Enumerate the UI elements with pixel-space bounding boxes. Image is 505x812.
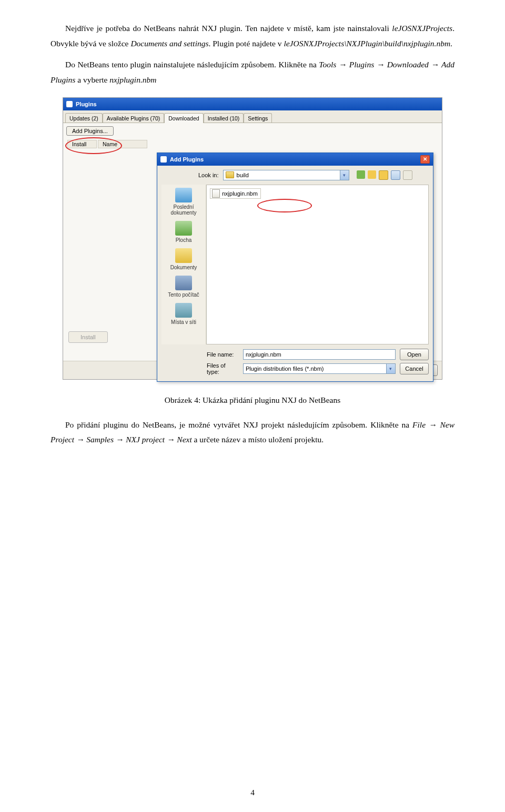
files-pane[interactable]: nxjplugin.nbm <box>206 185 429 344</box>
place-documents-label: Dokumenty <box>170 265 197 270</box>
place-desktop[interactable]: Plocha <box>161 221 206 243</box>
p3-text-a: Po přidání pluginu do NetBeans, je možné… <box>65 420 412 429</box>
place-computer[interactable]: Tento počítač <box>161 276 206 298</box>
tab-updates[interactable]: Updates (2) <box>65 113 103 123</box>
desktop-icon <box>175 221 192 236</box>
file-area: Poslední dokumenty Plocha Dokumenty <box>161 185 429 344</box>
filetype-value: Plugin distribution files (*.nbm) <box>246 366 324 372</box>
p2-text-a: Do NetBeans tento plugin nainstalujete n… <box>65 60 319 69</box>
new-folder-icon[interactable] <box>379 170 388 180</box>
cancel-button[interactable]: Cancel <box>400 363 429 374</box>
place-desktop-label: Plocha <box>176 237 192 243</box>
p1-text-a: Nejdříve je potřeba do NetBeans nahrát N… <box>65 24 392 33</box>
tab-downloaded[interactable]: Downloaded <box>164 113 203 123</box>
place-recent-label: Poslední dokumenty <box>171 204 197 216</box>
tab-content: Add Plugins... Install Name Add Plugins … <box>63 123 442 361</box>
filechooser-toolbar <box>357 170 412 180</box>
lookin-label: Look in: <box>198 172 219 178</box>
add-plugins-titlebar[interactable]: Add Plugins ✕ <box>157 153 433 166</box>
figure-caption: Obrázek 4: Ukázka přidání pluginu NXJ do… <box>50 395 454 405</box>
up-folder-icon[interactable] <box>368 170 376 179</box>
add-plugins-body: Look in: build ▾ <box>157 166 433 381</box>
col-install[interactable]: Install <box>67 140 97 148</box>
network-icon <box>175 303 192 318</box>
place-network-label: Místa v síti <box>171 319 196 325</box>
paragraph-1: Nejdříve je potřeba do NetBeans nahrát N… <box>50 21 454 51</box>
add-plugins-button[interactable]: Add Plugins... <box>66 126 114 136</box>
place-documents[interactable]: Dokumenty <box>161 248 206 270</box>
p1-italic-3: leJOSNXJProjects\NXJPlugin\build\nxjplug… <box>284 39 450 48</box>
plugins-window: Plugins Updates (2) Available Plugins (7… <box>63 97 442 380</box>
documents-icon <box>175 248 192 263</box>
chevron-down-icon[interactable]: ▾ <box>340 170 349 180</box>
filetype-label: Files of type: <box>207 362 239 375</box>
lookin-combo[interactable]: build ▾ <box>223 170 349 180</box>
tab-installed[interactable]: Installed (10) <box>204 113 244 123</box>
p2-text-b: a vyberte <box>75 75 109 84</box>
tab-settings[interactable]: Settings <box>244 113 272 123</box>
file-nxjplugin-label: nxjplugin.nbm <box>222 190 258 197</box>
places-bar: Poslední dokumenty Plocha Dokumenty <box>161 185 206 344</box>
window-icon <box>66 101 73 107</box>
filename-field[interactable]: nxjplugin.nbm <box>243 349 396 360</box>
filetype-row: Files of type: Plugin distribution files… <box>207 362 429 375</box>
tab-available[interactable]: Available Plugins (70) <box>103 113 164 123</box>
place-recent[interactable]: Poslední dokumenty <box>161 188 206 216</box>
place-network[interactable]: Místa v síti <box>161 303 206 325</box>
install-button[interactable]: Install <box>68 331 108 343</box>
col-name[interactable]: Name <box>98 140 147 148</box>
filename-row: File name: nxjplugin.nbm Open <box>207 349 429 360</box>
annotation-ellipse-2 <box>257 199 312 212</box>
p3-text-b: a určete název a místo uložení projektu. <box>192 435 324 444</box>
plugins-tabs: Updates (2) Available Plugins (70) Downl… <box>63 110 442 123</box>
recent-docs-icon <box>175 188 192 202</box>
back-icon[interactable] <box>357 170 365 179</box>
plugins-title-text: Plugins <box>76 101 97 107</box>
view-dropdown-icon[interactable] <box>403 170 412 180</box>
dialog-icon <box>160 156 167 163</box>
p1-italic-2: Documents and settings <box>130 39 208 48</box>
place-computer-label: Tento počítač <box>168 292 199 298</box>
filechooser-bottom: File name: nxjplugin.nbm Open Files of t… <box>161 344 429 375</box>
close-icon[interactable]: ✕ <box>420 155 430 164</box>
lookin-value: build <box>237 172 249 178</box>
filename-label: File name: <box>207 351 239 358</box>
add-plugins-dialog: Add Plugins ✕ Look in: build ▾ <box>157 153 433 382</box>
plugins-list-header: Install Name <box>67 140 439 148</box>
computer-icon <box>175 276 192 290</box>
lookin-row: Look in: build ▾ <box>161 170 429 180</box>
p1-italic-1: leJOSNXJProjects <box>392 24 452 33</box>
p1-text-d: . <box>450 39 452 48</box>
figure-4: Plugins Updates (2) Available Plugins (7… <box>50 97 454 380</box>
chevron-down-icon[interactable]: ▾ <box>386 364 395 373</box>
open-button[interactable]: Open <box>400 349 429 360</box>
filetype-combo[interactable]: Plugin distribution files (*.nbm) ▾ <box>243 363 396 374</box>
folder-icon <box>226 171 234 178</box>
plugins-titlebar[interactable]: Plugins <box>63 98 442 110</box>
p2-italic-2: nxjplugin.nbm <box>109 75 156 84</box>
add-plugins-title-text: Add Plugins <box>170 156 204 163</box>
file-icon <box>212 189 220 198</box>
file-nxjplugin[interactable]: nxjplugin.nbm <box>210 188 261 199</box>
view-menu-icon[interactable] <box>391 170 400 180</box>
paragraph-3: Po přidání pluginu do NetBeans, je možné… <box>50 418 454 448</box>
paragraph-2: Do NetBeans tento plugin nainstalujete n… <box>50 57 454 87</box>
p1-text-c: . Plugin poté najdete v <box>208 39 284 48</box>
page-number: 4 <box>0 788 505 797</box>
